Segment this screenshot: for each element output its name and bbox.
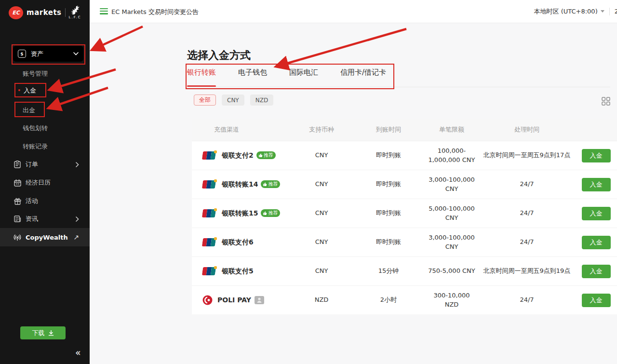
sidebar-item-assets[interactable]: $ 资产 bbox=[13, 46, 83, 62]
topbar: EC Markets 交易时间变更公告 本地时区 (UTC+8:00) 2 bbox=[90, 0, 617, 23]
unionpay-logo-icon bbox=[202, 237, 217, 247]
logo-divider bbox=[65, 8, 66, 17]
currency-filters: 全部 CNY NZD bbox=[194, 94, 273, 106]
deposit-button[interactable]: 入金 bbox=[582, 178, 611, 191]
thumb-up-icon bbox=[259, 153, 263, 157]
economic-calendar-label: 经济日历 bbox=[26, 178, 90, 187]
cell-processing: 24/7 bbox=[479, 296, 575, 305]
assets-label: 资产 bbox=[31, 50, 73, 58]
calendar-icon bbox=[13, 179, 21, 187]
annotation-arrow-assets bbox=[94, 27, 143, 49]
sidebar-item-copywealth[interactable]: CopyWealth ↗ bbox=[0, 228, 90, 246]
announcement-icon[interactable] bbox=[100, 8, 108, 14]
tab-bank-transfer[interactable]: 银行转账 bbox=[187, 68, 216, 87]
ec-logo-icon: EC bbox=[9, 6, 23, 19]
sidebar-item-activity[interactable]: 活动 bbox=[0, 193, 90, 209]
dollar-square-icon: $ bbox=[18, 50, 26, 58]
sidebar-item-withdraw[interactable]: 出金 bbox=[23, 106, 35, 115]
cell-limit: 750-5,000 CNY bbox=[425, 267, 479, 276]
sidebar: EC markets L.F.C $ 资产 账号管理 入金 出金 钱包划转 转账… bbox=[0, 0, 90, 364]
table-row: 银联支付5 CNY 15分钟 750-5,000 CNY 北京时间周一至周五9点… bbox=[192, 256, 617, 285]
sidebar-item-account-management[interactable]: 账号管理 bbox=[23, 69, 48, 78]
header-currency: 支持币种 bbox=[291, 125, 352, 134]
poli-pay-logo-icon bbox=[202, 295, 213, 305]
brand-name: markets bbox=[27, 8, 62, 17]
cell-processing: 北京时间周一至周五9点到19点 bbox=[479, 267, 575, 276]
sidebar-item-wallet-transfer[interactable]: 钱包划转 bbox=[23, 124, 48, 133]
tab-credit-debit-card[interactable]: 信用卡/借记卡 bbox=[340, 68, 386, 87]
header-limit: 单笔限额 bbox=[425, 125, 479, 134]
cell-limit: 3,000-100,000 CNY bbox=[425, 175, 479, 194]
recommended-badge: 推荐 bbox=[261, 209, 280, 217]
broadcast-icon bbox=[13, 233, 21, 241]
page-title: 选择入金方式 bbox=[187, 48, 251, 63]
annotation-arrow-tabs bbox=[278, 29, 406, 66]
cell-processing: 北京时间周一至周五9点到17点 bbox=[479, 151, 575, 160]
caret-down-icon bbox=[601, 10, 604, 13]
announcement-text[interactable]: EC Markets 交易时间变更公告 bbox=[111, 8, 199, 16]
lfc-logo: L.F.C bbox=[69, 6, 81, 19]
deposit-button[interactable]: 入金 bbox=[582, 149, 611, 162]
filter-cny[interactable]: CNY bbox=[222, 94, 244, 106]
header-channel: 充值渠道 bbox=[192, 125, 291, 134]
chevron-down-icon bbox=[73, 52, 79, 55]
tab-ewallet[interactable]: 电子钱包 bbox=[238, 68, 267, 87]
sidebar-item-orders[interactable]: 订单 bbox=[0, 156, 90, 173]
download-icon bbox=[48, 330, 54, 336]
cell-currency: CNY bbox=[291, 209, 352, 218]
sidebar-item-deposit[interactable]: 入金 bbox=[24, 86, 36, 95]
thumb-up-icon bbox=[263, 182, 267, 186]
unionpay-logo-icon bbox=[202, 150, 217, 160]
table-row: POLI PAY NZD 2小时 300-10,000 NZD 24/7 入金 bbox=[192, 285, 617, 314]
header-arrival: 到账时间 bbox=[352, 125, 425, 134]
recommended-badge: 推荐 bbox=[256, 151, 276, 159]
cell-arrival: 2小时 bbox=[352, 296, 425, 305]
news-label: 资讯 bbox=[26, 215, 76, 223]
chevron-right-icon bbox=[76, 216, 79, 222]
sidebar-item-economic-calendar[interactable]: 经济日历 bbox=[0, 175, 90, 191]
cell-arrival: 即时到账 bbox=[352, 209, 425, 218]
timezone-selector[interactable]: 本地时区 (UTC+8:00) 2 bbox=[534, 0, 617, 23]
table-row: 银联转账15 推荐 CNY 即时到账 5,000-100,000 CNY 24/… bbox=[192, 199, 617, 228]
deposit-button[interactable]: 入金 bbox=[582, 236, 611, 249]
recommended-badge: 推荐 bbox=[261, 180, 280, 188]
cell-limit: 3,000-100,000 CNY bbox=[425, 233, 479, 252]
cell-limit: 300-10,000 NZD bbox=[425, 291, 479, 310]
channel-name: POLI PAY bbox=[217, 295, 251, 305]
copywealth-label: CopyWealth bbox=[26, 234, 73, 241]
download-button[interactable]: 下载 bbox=[20, 326, 66, 339]
deposit-button[interactable]: 入金 bbox=[582, 207, 611, 220]
deposit-button[interactable]: 入金 bbox=[582, 294, 611, 307]
table-row: 银联支付2 推荐 CNY 即时到账 100,000-1,000,000 CNY … bbox=[192, 141, 617, 170]
tab-international-wire[interactable]: 国际电汇 bbox=[289, 68, 318, 87]
channel-name: 银联支付2 bbox=[222, 150, 254, 160]
download-label: 下载 bbox=[32, 329, 45, 337]
cell-processing: 24/7 bbox=[479, 209, 575, 218]
filter-nzd[interactable]: NZD bbox=[250, 94, 273, 106]
cell-currency: CNY bbox=[291, 267, 352, 276]
cell-processing: 24/7 bbox=[479, 238, 575, 247]
deposit-label: 入金 bbox=[24, 87, 36, 94]
external-link-icon: ↗ bbox=[73, 233, 79, 241]
cell-arrival: 即时到账 bbox=[352, 180, 425, 189]
brand-logo[interactable]: EC markets L.F.C bbox=[9, 6, 81, 19]
cell-arrival: 15分钟 bbox=[352, 267, 425, 276]
filter-all[interactable]: 全部 bbox=[194, 94, 216, 106]
collapse-sidebar-button[interactable]: « bbox=[75, 347, 81, 358]
timezone-label: 本地时区 (UTC+8:00) bbox=[534, 7, 598, 16]
deposit-channels-table: 充值渠道 支持币种 到账时间 单笔限额 处理时间 银联支付2 推荐 CNY 即时… bbox=[192, 119, 617, 314]
table-row: 银联支付6 CNY 即时到账 3,000-100,000 CNY 24/7 入金 bbox=[192, 228, 617, 256]
deposit-button[interactable]: 入金 bbox=[582, 265, 611, 278]
cell-currency: CNY bbox=[291, 238, 352, 247]
cell-arrival: 即时到账 bbox=[352, 151, 425, 160]
header-processing: 处理时间 bbox=[479, 125, 575, 134]
table-row: 银联转账14 推荐 CNY 即时到账 3,000-100,000 CNY 24/… bbox=[192, 170, 617, 199]
sidebar-item-transfer-records[interactable]: 转账记录 bbox=[23, 142, 48, 151]
cell-currency: CNY bbox=[291, 151, 352, 160]
newspaper-icon bbox=[13, 215, 21, 223]
unionpay-logo-icon bbox=[202, 266, 217, 276]
topbar-divider bbox=[609, 8, 610, 15]
grid-view-icon[interactable] bbox=[602, 97, 610, 108]
unionpay-logo-icon bbox=[202, 179, 217, 189]
sidebar-item-news[interactable]: 资讯 bbox=[0, 211, 90, 227]
